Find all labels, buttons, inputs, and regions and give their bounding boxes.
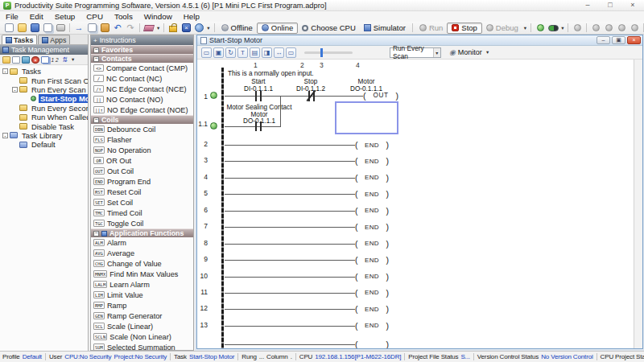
tree-item[interactable]: - Disable Task — [0, 121, 88, 130]
instruction-item[interactable]: OUT Out Coil — [91, 166, 193, 176]
instruction-item[interactable]: RMP Ramp — [91, 300, 193, 311]
collapse-icon[interactable]: − — [93, 56, 99, 62]
instruction-item[interactable]: <> Compare Contact (CMP) — [91, 63, 193, 73]
tree-item[interactable]: - Run Every Scan — [0, 85, 88, 94]
erase-menu-caret-icon[interactable]: ▾ — [155, 25, 161, 31]
no-contact-symbol[interactable] — [255, 91, 257, 101]
end-coil[interactable]: END — [355, 206, 389, 216]
security-lock-icon[interactable] — [167, 23, 180, 34]
ladder-rung[interactable]: 9 END — [197, 252, 634, 268]
zoom-slider-handle[interactable] — [320, 48, 323, 57]
instruction-item[interactable]: TGC Toggle Coil — [91, 218, 193, 228]
tab-apps[interactable]: Apps — [38, 35, 70, 44]
instruction-item[interactable]: ALM Alarm — [91, 237, 193, 248]
reorder-tasks-icon[interactable]: ⇅ — [60, 56, 68, 64]
instruction-item[interactable]: GEN Ramp Generator — [91, 311, 193, 321]
debug-menu-caret-icon[interactable]: ▾ — [522, 25, 528, 31]
close-icon[interactable]: × — [621, 0, 644, 10]
select-mode-icon[interactable]: ▭ — [201, 47, 212, 58]
collapse-icon[interactable]: − — [93, 47, 99, 53]
ladder-rung[interactable]: 2 END — [197, 137, 634, 153]
connection-status-icon[interactable] — [534, 23, 547, 34]
choose-cpu-button[interactable]: Choose CPU — [298, 23, 359, 34]
monitor-toggle-icon[interactable] — [547, 23, 559, 34]
ladder-rung[interactable]: 13 END — [197, 318, 634, 334]
instruction-item[interactable]: ∕↑ NC Edge Contact (NCE) — [91, 84, 193, 94]
end-coil[interactable]: END — [355, 255, 389, 265]
ladder-rung[interactable]: 3 END — [197, 153, 634, 169]
offline-button[interactable]: Offline — [217, 23, 257, 34]
tree-item[interactable]: - Run When Called — [0, 113, 88, 121]
monitor-button[interactable]: ◉ Monitor ▾ — [449, 48, 490, 56]
task-selector-dropdown[interactable]: Run Every Scan ▾ — [390, 47, 441, 58]
save-as-icon[interactable] — [41, 23, 54, 34]
split-view-icon[interactable]: ◨ — [262, 47, 272, 58]
ladder-rung[interactable]: 5 END — [197, 186, 634, 202]
paste-icon[interactable] — [98, 23, 111, 34]
ladder-rung[interactable]: 7 END — [197, 219, 634, 235]
dropdown-caret-icon[interactable]: ▾ — [433, 48, 440, 57]
add-task-icon[interactable] — [12, 56, 20, 64]
menu-item[interactable]: Edit — [24, 12, 49, 21]
tree-expander-icon[interactable]: - — [2, 68, 8, 74]
end-coil[interactable]: END — [355, 288, 389, 298]
instruction-item[interactable]: LIM Limit Value — [91, 290, 193, 300]
ladder-minimize-icon[interactable]: – — [597, 36, 610, 44]
instruction-item[interactable]: SCL Scale (Linear) — [91, 321, 193, 331]
tree-item[interactable]: - Task Library — [0, 131, 88, 140]
rung-comment[interactable]: This is a normally open input. — [228, 70, 314, 77]
print-icon[interactable] — [54, 23, 67, 34]
open-project-icon[interactable] — [15, 23, 28, 34]
instruction-item[interactable]: AVG Average — [91, 248, 193, 258]
zoom-slider[interactable] — [304, 51, 353, 54]
tree-item[interactable]: - Run First Scan Only — [0, 76, 88, 84]
end-coil[interactable]: END — [355, 189, 389, 199]
no-contact-symbol[interactable] — [255, 121, 257, 131]
section-coils[interactable]: − Coils — [91, 115, 193, 124]
new-project-icon[interactable] — [2, 23, 15, 34]
undo-icon[interactable]: ↶ — [111, 23, 124, 34]
end-coil[interactable]: END — [355, 222, 389, 232]
out-coil[interactable]: OUT — [363, 91, 398, 101]
edit-task-icon[interactable] — [22, 56, 30, 64]
tree-item[interactable]: - Run Every Second — [0, 104, 88, 113]
instruction-item[interactable]: FLS Flasher — [91, 134, 193, 145]
menu-item[interactable]: Window — [138, 12, 178, 21]
instruction-item[interactable]: SUM Selected Summation — [91, 342, 193, 351]
ladder-rung[interactable]: 6 END — [197, 203, 634, 219]
menu-item[interactable]: CPU — [80, 12, 109, 21]
tree-item[interactable]: - Start-Stop Motor — [0, 94, 88, 103]
redo-icon[interactable]: ↷ — [124, 23, 137, 34]
cross-reference-icon[interactable] — [192, 23, 205, 34]
end-coil[interactable]: END — [355, 321, 389, 331]
simulator-button[interactable]: Simulator — [360, 23, 410, 34]
ladder-rung[interactable]: 11 END — [197, 285, 634, 301]
stop-button[interactable]: Stop — [447, 23, 482, 34]
sort-tasks-icon[interactable]: 1 2 — [51, 56, 59, 64]
end-coil[interactable]: END — [355, 239, 389, 249]
instruction-item[interactable]: MNMX Find Min Max Values — [91, 269, 193, 279]
no-contact-symbol[interactable] — [260, 121, 262, 131]
section-favorites[interactable]: − Favorites — [91, 45, 193, 54]
ladder-close-icon[interactable]: × — [627, 36, 641, 44]
tree-item[interactable]: - Tasks — [0, 67, 88, 76]
save-project-icon[interactable] — [28, 23, 41, 34]
tab-tasks[interactable]: Tasks — [2, 35, 37, 44]
instruction-item[interactable]: SET Set Coil — [91, 197, 193, 208]
instruction-item[interactable]: || NO Contact (NO) — [91, 94, 193, 105]
rung-comment-icon[interactable]: ▤ — [250, 47, 260, 58]
instruction-item[interactable]: TMC Timed Coil — [91, 208, 193, 218]
menu-item[interactable]: File — [0, 12, 24, 21]
ladder-rung[interactable]: 10 END — [197, 269, 634, 285]
instruction-item[interactable]: NOP No Operation — [91, 145, 193, 155]
tree-item[interactable]: - Default — [0, 140, 88, 149]
end-coil[interactable]: END — [355, 173, 389, 183]
end-coil[interactable]: END — [355, 304, 389, 314]
selected-cell[interactable] — [335, 101, 398, 134]
collapse-icon[interactable]: − — [93, 117, 99, 123]
collapse-icon[interactable]: − — [93, 231, 99, 237]
address-view-icon[interactable]: ▣ — [213, 47, 224, 58]
view-menu-caret-icon[interactable]: ▾ — [205, 25, 211, 31]
ladder-rung[interactable]: 8 END — [197, 236, 634, 252]
text-tool-icon[interactable]: T — [237, 47, 248, 58]
